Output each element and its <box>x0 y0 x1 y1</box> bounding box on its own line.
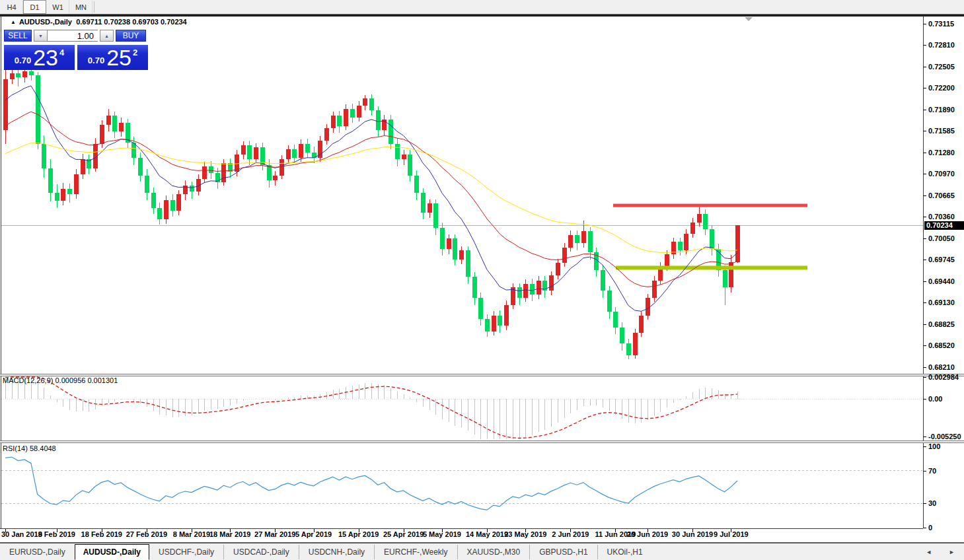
buy-price-point: 2 <box>133 48 137 57</box>
svg-text:0.70050: 0.70050 <box>928 234 955 242</box>
svg-text:9 Jul 2019: 9 Jul 2019 <box>714 530 749 538</box>
tab-xauusd-m30[interactable]: XAUUSD-,M30 <box>457 545 530 559</box>
svg-text:30 Jan 2019: 30 Jan 2019 <box>1 530 42 538</box>
sell-quote-button[interactable]: 0.70 23 4 <box>4 45 75 70</box>
svg-text:2 Jun 2019: 2 Jun 2019 <box>552 530 589 538</box>
tab-eurchf-weekly[interactable]: EURCHF-,Weekly <box>374 545 457 559</box>
ma-mid-line <box>5 112 737 287</box>
svg-text:0.70970: 0.70970 <box>928 170 955 178</box>
sell-price-prefix: 0.70 <box>15 55 31 65</box>
svg-text:30 Jun 2019: 30 Jun 2019 <box>672 530 713 538</box>
svg-text:0.68210: 0.68210 <box>928 363 955 371</box>
ma-fast-line <box>5 86 737 311</box>
tab-usdcad-daily[interactable]: USDCAD-,Daily <box>223 545 299 559</box>
chart-shift-marker-icon[interactable] <box>745 17 753 21</box>
sell-button[interactable]: SELL <box>4 30 32 42</box>
svg-text:0.70360: 0.70360 <box>928 213 955 221</box>
buy-quote-button[interactable]: 0.70 25 2 <box>77 45 148 70</box>
svg-text:0.71890: 0.71890 <box>928 106 955 114</box>
tab-eurusd-daily[interactable]: EURUSD-,Daily <box>0 545 75 559</box>
tab-scroll-left-button[interactable]: ◄ <box>926 549 932 555</box>
chart-title: ▲AUDUSD-,Daily 0.69711 0.70238 0.69703 0… <box>11 18 187 26</box>
ohlc-values: 0.69711 0.70238 0.69703 0.70234 <box>76 18 187 26</box>
svg-text:0.68825: 0.68825 <box>928 320 955 328</box>
svg-text:18 Mar 2019: 18 Mar 2019 <box>209 530 250 538</box>
timeframe-toolbar: H4 D1 W1 MN <box>0 0 964 15</box>
macd-histogram <box>6 377 738 439</box>
sell-price-point: 4 <box>59 48 64 57</box>
chart-canvas[interactable]: 0.731150.728100.725050.722000.718900.715… <box>0 0 964 560</box>
svg-text:0.70665: 0.70665 <box>928 192 955 199</box>
chart-tab-bar: EURUSD-,Daily AUDUSD-,Daily USDCHF-,Dail… <box>0 543 964 560</box>
tab-scroll-controls: ◄ ► <box>926 549 955 555</box>
svg-text:0.00: 0.00 <box>928 395 942 403</box>
candles-layer <box>3 65 740 359</box>
one-click-trading-panel: SELL ▼ ▲ BUY 0.70 23 4 0.70 25 2 <box>4 30 149 70</box>
timeframe-button-mn[interactable]: MN <box>69 0 93 14</box>
svg-text:5 May 2019: 5 May 2019 <box>423 530 461 538</box>
svg-text:11 Jun 2019: 11 Jun 2019 <box>595 530 636 538</box>
svg-text:0: 0 <box>928 524 932 532</box>
svg-text:0.69745: 0.69745 <box>928 256 955 263</box>
volume-decrease-button[interactable]: ▼ <box>34 30 48 42</box>
svg-text:0.71280: 0.71280 <box>928 149 955 157</box>
svg-text:0.73115: 0.73115 <box>928 20 954 28</box>
volume-input[interactable] <box>48 30 98 42</box>
svg-text:-0.005250: -0.005250 <box>928 433 961 440</box>
support-line <box>616 265 807 269</box>
buy-button[interactable]: BUY <box>116 30 146 42</box>
svg-text:30: 30 <box>928 499 936 507</box>
toolbar-divider <box>94 1 94 13</box>
tab-usdcnh-daily[interactable]: USDCNH-,Daily <box>299 545 374 559</box>
macd-signal-line <box>5 377 737 438</box>
tab-scroll-right-button[interactable]: ► <box>949 549 955 555</box>
tab-audusd-daily[interactable]: AUDUSD-,Daily <box>75 544 149 560</box>
svg-text:8 Feb 2019: 8 Feb 2019 <box>38 530 75 538</box>
svg-text:0.69440: 0.69440 <box>928 277 955 285</box>
chevron-up-icon: ▲ <box>104 34 109 38</box>
svg-text:0.68520: 0.68520 <box>928 341 955 349</box>
rsi-label: RSI(14) 58.4048 <box>3 444 56 452</box>
svg-text:8 Mar 2019: 8 Mar 2019 <box>173 530 210 538</box>
svg-text:0.71585: 0.71585 <box>928 127 955 135</box>
trading-terminal-window: H4 D1 W1 MN 0.731150.728100.725050.72200… <box>0 0 964 560</box>
svg-text:5 Apr 2019: 5 Apr 2019 <box>295 530 332 538</box>
svg-text:0.72200: 0.72200 <box>928 84 955 92</box>
svg-text:0.72810: 0.72810 <box>928 41 955 49</box>
tab-usdchf-daily[interactable]: USDCHF-,Daily <box>149 545 223 559</box>
svg-text:23 May 2019: 23 May 2019 <box>504 530 546 538</box>
svg-text:14 May 2019: 14 May 2019 <box>466 530 508 538</box>
svg-text:0.72505: 0.72505 <box>928 63 955 71</box>
volume-increase-button[interactable]: ▲ <box>100 30 114 42</box>
svg-text:25 Apr 2019: 25 Apr 2019 <box>383 530 424 538</box>
svg-text:70: 70 <box>928 467 936 475</box>
svg-text:27 Feb 2019: 27 Feb 2019 <box>126 530 167 538</box>
svg-text:20 Jun 2019: 20 Jun 2019 <box>627 530 668 538</box>
symbol-marker-icon: ▲ <box>11 19 16 25</box>
svg-text:0.002984: 0.002984 <box>928 373 959 381</box>
buy-price-pips: 25 <box>106 46 131 69</box>
tab-gbpusd-h1[interactable]: GBPUSD-,H1 <box>529 545 597 559</box>
timeframe-button-w1[interactable]: W1 <box>46 0 69 14</box>
window-frame-edge <box>0 14 964 17</box>
macd-label: MACD(12,26,9) 0.000956 0.001301 <box>3 376 118 384</box>
resistance-line <box>613 204 807 207</box>
buy-price-prefix: 0.70 <box>88 55 104 65</box>
timeframe-button-d1[interactable]: D1 <box>23 0 46 14</box>
svg-text:100: 100 <box>928 442 940 450</box>
symbol-name: AUDUSD-,Daily <box>19 18 72 26</box>
tab-ukoil-h1[interactable]: UKOil-,H1 <box>597 545 652 559</box>
svg-text:0.69130: 0.69130 <box>928 298 955 306</box>
timeframe-button-h4[interactable]: H4 <box>0 0 23 14</box>
svg-text:15 Apr 2019: 15 Apr 2019 <box>338 530 379 538</box>
rsi-value: 58.4048 <box>30 444 56 452</box>
macd-values: 0.000956 0.001301 <box>55 376 118 384</box>
rsi-line <box>5 457 737 510</box>
current-price-tag: 0.70234 <box>924 221 964 230</box>
ma-slow-line <box>5 143 737 252</box>
svg-text:18 Feb 2019: 18 Feb 2019 <box>81 530 122 538</box>
sell-price-pips: 23 <box>33 46 58 69</box>
chevron-down-icon: ▼ <box>38 34 43 38</box>
svg-text:27 Mar 2019: 27 Mar 2019 <box>254 530 295 538</box>
